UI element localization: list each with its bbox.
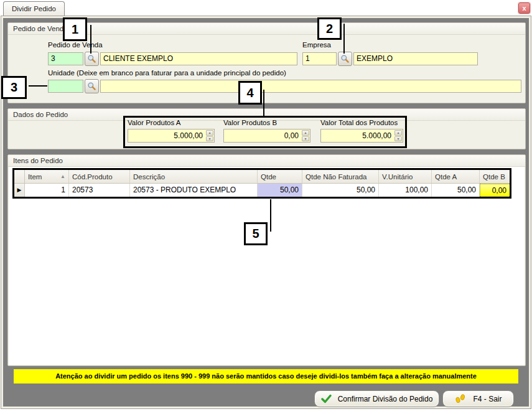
- cell-descricao[interactable]: 20573 - PRODUTO EXEMPLO: [130, 184, 258, 197]
- empresa-lookup-button[interactable]: [338, 52, 352, 66]
- check-icon: [321, 394, 332, 403]
- valor-total-label: Valor Total dos Produtos: [320, 119, 398, 126]
- pedido-lookup-button[interactable]: [85, 52, 99, 66]
- spinner-down-icon[interactable]: ▾: [302, 136, 309, 142]
- search-icon: [87, 82, 96, 91]
- search-icon: [340, 54, 350, 64]
- empresa-label: Empresa: [302, 41, 331, 49]
- close-icon: x: [522, 4, 526, 12]
- cell-qtde-b[interactable]: 0,00: [480, 184, 510, 197]
- cell-cod-produto[interactable]: 20573: [69, 184, 130, 197]
- cell-item[interactable]: 1: [25, 184, 69, 197]
- pedido-cliente-field[interactable]: CLIENTE EXEMPLO: [100, 52, 297, 65]
- callout-3: 3: [1, 76, 27, 99]
- warning-bar: Atenção ao dividir um pedido os itens 99…: [14, 369, 518, 383]
- cell-v-unitario[interactable]: 100,00: [379, 184, 432, 197]
- valor-produtos-b-field[interactable]: 0,00 ▴ ▾: [223, 129, 310, 143]
- callout-1: 1: [63, 17, 87, 41]
- valor-produtos-b-label: Valor Produtos B: [223, 119, 277, 126]
- column-header-item[interactable]: Item ▲: [25, 170, 69, 183]
- row-selector-arrow-icon[interactable]: ▶: [14, 184, 25, 197]
- sort-asc-icon[interactable]: ▲: [58, 171, 65, 183]
- column-header-cod-produto[interactable]: Cód.Produto: [69, 170, 130, 183]
- grid-header-row: Item ▲ Cód.Produto Descrição Qtde Qtde N…: [14, 170, 510, 184]
- cell-qtde[interactable]: 50,00: [258, 184, 302, 197]
- spinner-down-icon[interactable]: ▾: [394, 136, 402, 142]
- table-row[interactable]: ▶ 1 20573 20573 - PRODUTO EXEMPLO 50,00 …: [14, 184, 510, 197]
- unidade-numero-input[interactable]: [48, 80, 83, 93]
- column-header-v-unitario[interactable]: V.Unitário: [379, 170, 432, 183]
- f4-sair-label: F4 - Sair: [473, 395, 502, 403]
- cell-qtde-a[interactable]: 50,00: [432, 184, 480, 197]
- grid-corner-cell: [14, 170, 25, 183]
- valor-total-value[interactable]: 5.000,00: [321, 129, 394, 142]
- spinner-up-icon[interactable]: ▴: [302, 130, 309, 136]
- column-header-descricao[interactable]: Descrição: [130, 170, 258, 183]
- valor-produtos-a-value[interactable]: 5.000,00: [128, 129, 205, 142]
- pedido-numero-input[interactable]: 3: [48, 52, 83, 65]
- tab-title: Dividir Pedido: [12, 5, 56, 12]
- spinner-up-icon[interactable]: ▴: [206, 130, 213, 136]
- tab-dividir-pedido[interactable]: Dividir Pedido: [3, 1, 65, 16]
- unidade-nome-field[interactable]: [100, 80, 521, 93]
- f4-sair-button[interactable]: F4 - Sair: [442, 390, 514, 407]
- callout-4: 4: [238, 81, 262, 105]
- valor-produtos-a-label: Valor Produtos A: [128, 119, 180, 126]
- spinner-down-icon[interactable]: ▾: [206, 136, 213, 142]
- column-header-qtde[interactable]: Qtde: [258, 170, 302, 183]
- exit-footsteps-icon: [454, 393, 467, 404]
- confirmar-divisao-button[interactable]: Confirmar Divisão do Pedido: [314, 390, 439, 407]
- unidade-label: Unidade (Deixe em branco para faturar pa…: [48, 69, 286, 77]
- column-header-qtde-b[interactable]: Qtde B: [480, 170, 510, 183]
- unidade-lookup-button[interactable]: [85, 79, 99, 93]
- group-itens-caption: Itens do Pedido: [8, 155, 525, 167]
- callout-5: 5: [244, 222, 268, 245]
- callout-2: 2: [317, 17, 342, 40]
- column-header-qtde-nao-faturada[interactable]: Qtde Não Faturada: [302, 170, 379, 183]
- search-icon: [87, 54, 96, 64]
- confirmar-divisao-label: Confirmar Divisão do Pedido: [338, 395, 433, 403]
- spinner-up-icon[interactable]: ▴: [394, 130, 402, 136]
- valor-total-field[interactable]: 5.000,00 ▴ ▾: [320, 129, 403, 143]
- valor-produtos-a-field[interactable]: 5.000,00 ▴ ▾: [128, 129, 215, 143]
- cell-qtde-nao-faturada[interactable]: 50,00: [302, 184, 379, 197]
- empresa-numero-input[interactable]: 1: [302, 52, 337, 65]
- column-header-qtde-a[interactable]: Qtde A: [432, 170, 480, 183]
- pedido-de-venda-label: Pedido de Venda: [48, 41, 103, 49]
- close-button[interactable]: x: [518, 2, 530, 14]
- valor-produtos-b-value[interactable]: 0,00: [224, 129, 301, 142]
- itens-grid: Item ▲ Cód.Produto Descrição Qtde Qtde N…: [12, 168, 511, 199]
- empresa-nome-field[interactable]: EXEMPLO: [353, 52, 478, 65]
- dividir-pedido-screen: Dividir Pedido x Pedido de Venda Pedido …: [0, 0, 532, 414]
